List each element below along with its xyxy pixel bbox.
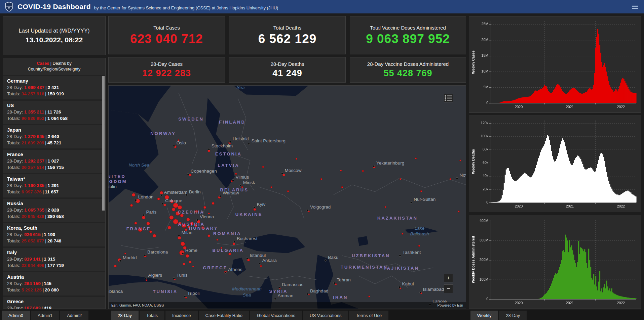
total-vaccine-label: Total Vaccine Doses Administered bbox=[350, 25, 466, 31]
case-cluster-dot[interactable] bbox=[233, 243, 235, 245]
case-cluster-dot[interactable] bbox=[420, 190, 422, 192]
case-cluster-dot[interactable] bbox=[146, 279, 147, 281]
tab-admin2[interactable]: Admin2 bbox=[60, 311, 88, 320]
case-cluster-dot[interactable] bbox=[130, 204, 132, 207]
list-item[interactable]: Russia28-Day: 1 065 765|2 828Totals: 20 … bbox=[3, 199, 105, 222]
list-item[interactable]: Italy28-Day: 819 141|1 315Totals: 22 944… bbox=[3, 248, 105, 271]
case-cluster-dot[interactable] bbox=[114, 265, 116, 267]
case-cluster-dot[interactable] bbox=[208, 234, 210, 237]
map-country-label: ROMANIA bbox=[213, 231, 241, 236]
case-cluster-dot[interactable] bbox=[296, 158, 297, 160]
city-dot bbox=[225, 272, 227, 274]
country-28day-row: 28-Day: 1 065 765|2 828 bbox=[7, 207, 101, 213]
case-cluster-dot[interactable] bbox=[228, 253, 231, 255]
case-cluster-dot[interactable] bbox=[362, 170, 364, 172]
case-cluster-dot[interactable] bbox=[335, 283, 337, 285]
case-cluster-dot[interactable] bbox=[400, 178, 401, 180]
city-dot bbox=[208, 148, 210, 150]
country-totals-row: Totals: 34 257 916|150 919 bbox=[7, 91, 101, 97]
tab-totals[interactable]: Totals bbox=[140, 311, 164, 320]
case-cluster-dot[interactable] bbox=[270, 186, 272, 188]
city-dot bbox=[307, 293, 309, 295]
tab-weekly[interactable]: Weekly bbox=[470, 311, 498, 320]
case-cluster-dot[interactable] bbox=[173, 203, 178, 208]
case-cluster-dot[interactable] bbox=[153, 234, 156, 237]
world-map[interactable]: UNITEDKINGDOMNORWAYSWEDENFINLANDESTONIAL… bbox=[108, 85, 466, 309]
case-cluster-dot[interactable] bbox=[142, 216, 145, 219]
case-cluster-dot[interactable] bbox=[212, 202, 214, 204]
map-legend-button[interactable] bbox=[444, 94, 453, 102]
map-city-label: Paris bbox=[146, 210, 156, 215]
case-cluster-dot[interactable] bbox=[186, 255, 189, 258]
case-cluster-dot[interactable] bbox=[254, 208, 256, 211]
country-totals-row: Totals: 5 292 125|20 880 bbox=[7, 287, 101, 293]
case-cluster-dot[interactable] bbox=[260, 265, 262, 267]
page-title: COVID-19 Dashboard bbox=[17, 3, 91, 11]
case-cluster-dot[interactable] bbox=[173, 219, 178, 224]
case-cluster-dot[interactable] bbox=[418, 245, 420, 247]
list-item[interactable]: France28-Day: 1 202 257|1 027Totals: 36 … bbox=[3, 150, 105, 173]
case-cluster-dot[interactable] bbox=[157, 198, 160, 200]
city-dot bbox=[307, 209, 309, 211]
map-sea-label: Mediterranean bbox=[232, 286, 262, 291]
case-cluster-dot[interactable] bbox=[181, 242, 185, 246]
list-scrollbar[interactable] bbox=[102, 76, 105, 211]
list-item[interactable]: Korea, South28-Day: 926 615|1 190Totals:… bbox=[3, 223, 105, 246]
case-cluster-dot[interactable] bbox=[385, 206, 386, 208]
case-cluster-dot[interactable] bbox=[458, 211, 459, 212]
map-zoom-in-button[interactable]: + bbox=[444, 274, 453, 282]
tab-admin1[interactable]: Admin1 bbox=[31, 311, 59, 320]
case-cluster-dot[interactable] bbox=[160, 191, 163, 195]
case-cluster-dot[interactable] bbox=[186, 218, 190, 221]
tab-us-vaccinations[interactable]: US Vaccinations bbox=[303, 311, 348, 320]
case-cluster-dot[interactable] bbox=[124, 253, 126, 255]
tab-28-day[interactable]: 28-Day bbox=[499, 311, 527, 320]
case-cluster-dot[interactable] bbox=[340, 170, 342, 172]
city-dot bbox=[419, 291, 421, 293]
case-cluster-dot[interactable] bbox=[450, 178, 451, 180]
case-cluster-dot[interactable] bbox=[368, 295, 370, 297]
case-cluster-dot[interactable] bbox=[192, 266, 194, 267]
case-cluster-dot[interactable] bbox=[163, 204, 166, 206]
case-cluster-dot[interactable] bbox=[135, 222, 137, 224]
list-item[interactable]: Japan28-Day: 1 279 645|2 640Totals: 21 6… bbox=[3, 125, 105, 148]
list-item[interactable]: Greece28-Day: 187 683|419Totals: 5 026 4… bbox=[3, 297, 105, 309]
tab-incidence[interactable]: Incidence bbox=[165, 311, 198, 320]
case-cluster-dot[interactable] bbox=[172, 208, 175, 211]
tab-case-fatality-ratio[interactable]: Case-Fatality Ratio bbox=[199, 311, 250, 320]
list-item[interactable]: US28-Day: 1 355 211|11 726Totals: 96 836… bbox=[3, 101, 105, 124]
tab-28-day[interactable]: 28-Day bbox=[111, 311, 139, 320]
tab-global-vaccinations[interactable]: Global Vaccinations bbox=[250, 311, 302, 320]
case-cluster-dot[interactable] bbox=[169, 216, 174, 220]
hamburger-menu-icon[interactable] bbox=[631, 3, 639, 10]
case-cluster-dot[interactable] bbox=[183, 263, 185, 265]
case-cluster-dot[interactable] bbox=[179, 250, 184, 255]
city-dot bbox=[248, 143, 250, 145]
case-cluster-dot[interactable] bbox=[217, 239, 218, 241]
case-cluster-dot[interactable] bbox=[168, 226, 171, 229]
map-country-label: UKRAINE bbox=[235, 212, 263, 217]
case-cluster-dot[interactable] bbox=[178, 205, 182, 210]
case-cluster-dot[interactable] bbox=[147, 222, 150, 225]
case-cluster-dot[interactable] bbox=[402, 233, 403, 235]
map-zoom-out-button[interactable]: − bbox=[444, 284, 453, 293]
city-dot bbox=[333, 282, 335, 284]
map-city-label: Tehran bbox=[337, 277, 351, 282]
case-cluster-dot[interactable] bbox=[320, 178, 322, 180]
case-cluster-dot[interactable] bbox=[341, 186, 343, 188]
list-item[interactable]: Taiwan*28-Day: 1 190 335|1 291Totals: 6 … bbox=[3, 174, 105, 197]
list-item[interactable]: Austria28-Day: 264 159|145Totals: 5 292 … bbox=[3, 272, 105, 295]
case-cluster-dot[interactable] bbox=[287, 190, 289, 192]
case-cluster-dot[interactable] bbox=[189, 261, 191, 263]
case-cluster-dot[interactable] bbox=[189, 174, 191, 176]
list-item[interactable]: Germany28-Day: 1 699 437|2 421Totals: 34… bbox=[3, 76, 105, 99]
case-cluster-dot[interactable] bbox=[282, 174, 285, 176]
map-city-label: Minsk bbox=[243, 180, 255, 185]
case-cluster-dot[interactable] bbox=[132, 193, 135, 197]
case-cluster-dot[interactable] bbox=[203, 206, 206, 209]
tab-admin0[interactable]: Admin0 bbox=[2, 311, 30, 320]
case-cluster-dot[interactable] bbox=[415, 158, 417, 159]
case-cluster-dot[interactable] bbox=[459, 160, 461, 162]
case-cluster-dot[interactable] bbox=[262, 166, 264, 168]
tab-terms-of-use[interactable]: Terms of Use bbox=[349, 311, 388, 320]
